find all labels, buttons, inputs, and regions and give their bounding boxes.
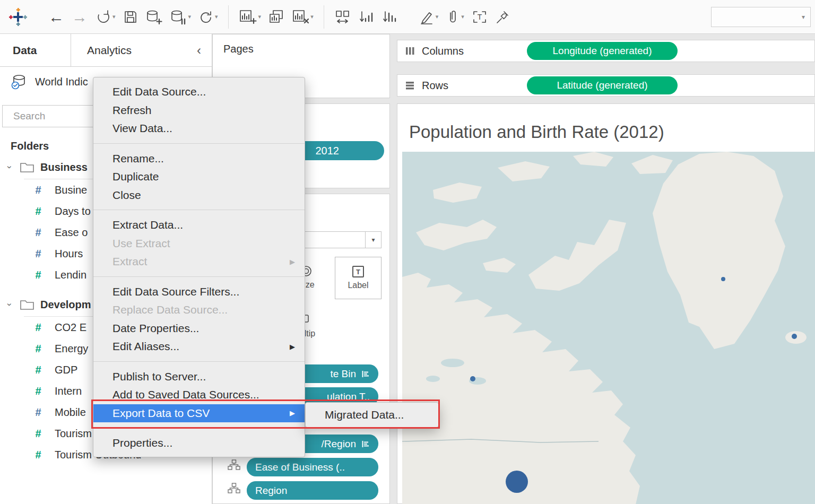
number-field-icon: # [33,385,43,397]
sorted-bars-icon [361,370,370,378]
new-worksheet-icon [239,9,257,25]
tableau-logo-icon [9,8,27,26]
caret-icon: ▾ [215,13,218,20]
field-label: Days to [55,205,91,218]
menu-item-date-properties[interactable]: Date Properties... [93,319,305,338]
sorted-bars-icon [361,440,370,448]
replay-button[interactable]: ▾ [91,4,119,30]
rows-icon [405,81,415,90]
folder-icon [20,162,34,172]
map-point[interactable] [792,334,797,339]
marks-pill-region[interactable]: Region [247,481,378,500]
folder-name: Developm [40,299,91,311]
number-field-icon: # [33,269,43,281]
menu-item-view-data[interactable]: View Data... [93,119,305,138]
export-csv-submenu: Migrated Data... [305,402,439,428]
submenu-arrow-icon: ▶ [290,409,295,417]
map-point[interactable] [506,471,528,493]
columns-shelf[interactable]: Columns Longitude (generated) [397,40,815,62]
menu-item-publish-to-server[interactable]: Publish to Server... [93,368,305,386]
new-data-source-icon [145,9,162,25]
mark-label-icon: T [472,10,488,24]
menu-item-duplicate[interactable]: Duplicate [93,168,305,186]
new-data-source-button[interactable] [142,4,166,30]
submenu-item-migrated-data[interactable]: Migrated Data... [306,405,438,424]
menu-item-replace-data-source: Replace Data Source... [93,301,305,319]
pill-label: Ease of Business (.. [255,462,345,473]
tableau-logo-icon[interactable] [5,4,31,30]
columns-pill-longitude[interactable]: Longitude (generated) [527,42,678,60]
refresh-icon [198,10,213,24]
paperclip-icon [446,10,459,24]
menu-item-refresh[interactable]: Refresh [93,101,305,120]
menu-item-rename[interactable]: Rename... [93,150,305,168]
menu-separator [93,143,305,144]
tab-data[interactable]: Data [0,34,71,66]
clear-sheet-button[interactable]: ▾ [288,4,317,30]
map-point[interactable] [470,376,475,381]
save-button[interactable] [119,4,142,30]
fix-pin-button[interactable] [491,4,514,30]
attach-button[interactable]: ▾ [442,4,468,30]
clear-sheet-icon [292,9,309,25]
menu-item-edit-data-source-filters[interactable]: Edit Data Source Filters... [93,283,305,301]
hierarchy-icon [228,483,240,494]
map-point[interactable] [721,277,725,281]
sort-ascending-button[interactable] [355,4,378,30]
menu-item-add-to-saved-data-sources[interactable]: Add to Saved Data Sources... [93,386,305,404]
tab-analytics[interactable]: Analytics [71,34,197,66]
menu-separator [93,428,305,428]
folder-icon [20,299,34,310]
collapse-pane-button[interactable]: ‹ [197,34,212,66]
replay-arrow-icon [95,9,111,25]
pause-auto-updates-button[interactable]: ▾ [166,4,195,30]
tableau-window: ← → ▾ ▾ [0,0,815,504]
sort-ascending-icon [359,9,375,25]
field-label: CO2 E [55,321,86,334]
label-button[interactable]: T Label [335,257,382,299]
menu-item-export-data-to-csv[interactable]: Export Data to CSV ▶ [93,404,305,423]
refresh-data-button[interactable]: ▾ [195,4,222,30]
caret-icon: ▾ [112,13,116,20]
back-button[interactable]: ← [45,4,68,30]
menu-item-edit-data-source[interactable]: Edit Data Source... [93,83,305,101]
toolbar-dropdown[interactable]: ▾ [711,7,811,27]
menu-separator [93,276,305,277]
map-visualization[interactable] [402,152,815,504]
sort-descending-button[interactable] [378,4,402,30]
number-field-icon: # [33,205,43,218]
toolbar-separator [228,5,229,29]
highlight-pen-button[interactable]: ▾ [415,4,443,30]
submenu-arrow-icon: ▶ [290,343,295,351]
datasource-label: World Indic [35,76,88,88]
field-label: Intern [55,385,82,397]
menu-item-properties[interactable]: Properties... [93,434,305,453]
svg-text:T: T [477,13,482,21]
caret-icon: ▾ [188,13,192,20]
datasource-context-menu: Edit Data Source... Refresh View Data...… [93,77,305,457]
pane-tabs: Data Analytics ‹ [0,34,212,67]
field-label: Ease o [55,227,88,239]
marks-pill-ease-of-business[interactable]: Ease of Business (.. [247,458,378,476]
menu-item-close[interactable]: Close [93,186,305,205]
new-worksheet-button[interactable]: ▾ [235,4,265,30]
menu-item-extract-data[interactable]: Extract Data... [93,216,305,234]
pill-label: te Bin [330,368,356,380]
forward-arrow-icon: → [72,8,88,26]
field-label: Energy [55,343,88,355]
duplicate-sheet-button[interactable] [265,4,288,30]
rows-shelf[interactable]: Rows Latitude (generated) [397,74,815,97]
worksheet-view: Population and Birth Rate (2012) [397,103,815,504]
hierarchy-icon [228,459,240,471]
pill-label: Region [255,485,287,497]
number-field-icon: # [33,406,43,419]
menu-separator [93,210,305,210]
show-mark-labels-button[interactable]: T [468,4,491,30]
menu-item-edit-aliases[interactable]: Edit Aliases... ▶ [93,337,305,356]
save-icon [123,10,138,24]
menu-item-label: Extract [112,255,147,268]
forward-button[interactable]: → [68,4,91,30]
rows-pill-latitude[interactable]: Latitude (generated) [527,76,678,94]
swap-rows-columns-button[interactable] [331,4,355,30]
database-icon [11,74,28,90]
